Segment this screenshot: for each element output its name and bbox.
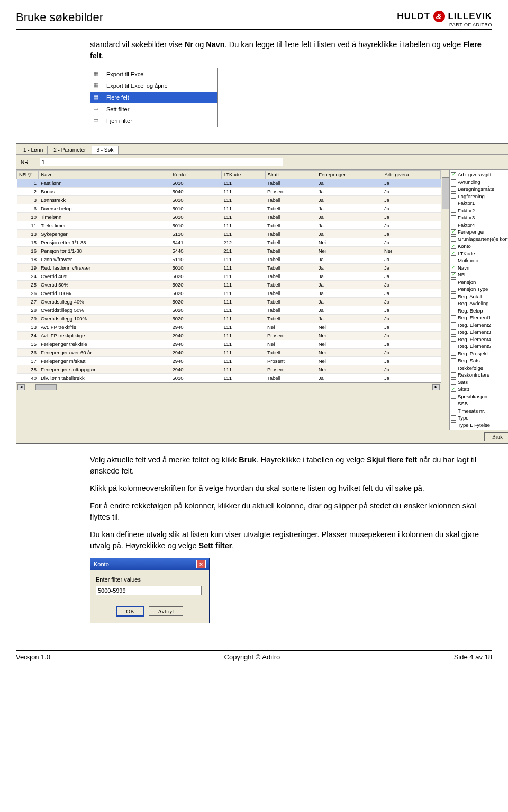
table-row[interactable]: 27Overtidstillegg 40%5020111TabellJaJa [17, 298, 441, 306]
checkbox-icon[interactable] [451, 258, 456, 263]
scroll-thumb[interactable] [35, 384, 57, 390]
field-list-item[interactable]: Rekkefølge [450, 364, 508, 372]
checkbox-icon[interactable] [451, 208, 456, 213]
checkbox-icon[interactable] [451, 408, 456, 413]
table-row[interactable]: 35Feriepenger trekkfrie2940111NeiNeiJa [17, 340, 441, 349]
ok-button[interactable]: OK [116, 606, 144, 617]
field-list-item[interactable]: Reg. Element3 [450, 328, 508, 336]
context-menu-item[interactable]: ▦Export til Excel [90, 68, 217, 80]
column-header[interactable]: NR ▽ [17, 171, 39, 179]
checkbox-icon[interactable] [451, 372, 456, 378]
tab[interactable]: 3 - Søk [92, 146, 118, 154]
scroll-left-icon[interactable]: ◄ [17, 384, 25, 390]
table-row[interactable]: 38Feriepenger sluttoppgjør2940111Prosent… [17, 365, 441, 374]
tab[interactable]: 1 - Lønn [19, 146, 48, 154]
checkbox-icon[interactable]: ✓ [451, 272, 456, 278]
field-list-item[interactable]: Reg. Element1 [450, 314, 508, 322]
field-list-item[interactable]: ✓LTKode [450, 250, 508, 257]
table-row[interactable]: 10Timelønn5010111TabellJaJa [17, 213, 441, 221]
checkbox-icon[interactable] [451, 287, 456, 292]
column-header[interactable]: Konto [170, 171, 222, 179]
apply-button[interactable]: Bruk [484, 432, 508, 441]
checkbox-icon[interactable] [451, 186, 456, 192]
table-row[interactable]: 40Div. lønn tabelltrekk5010111TabellJaJa [17, 374, 441, 382]
checkbox-icon[interactable] [451, 322, 456, 327]
checkbox-icon[interactable]: ✓ [451, 387, 456, 392]
checkbox-icon[interactable] [451, 201, 456, 206]
checkbox-icon[interactable] [451, 329, 456, 335]
checkbox-icon[interactable] [451, 215, 456, 220]
field-list-item[interactable]: Faktor4 [450, 221, 508, 229]
field-list-item[interactable]: Reg. Antall [450, 293, 508, 300]
field-list-item[interactable]: Reg. Beløp [450, 307, 508, 315]
table-row[interactable]: 25Overtid 50%5020111TabellJaJa [17, 281, 441, 289]
table-row[interactable]: 26Overtid 100%5020111TabellJaJa [17, 289, 441, 298]
checkbox-icon[interactable] [451, 336, 456, 342]
table-row[interactable]: 37Feriepenger m/skatt2940111ProsentNeiJa [17, 357, 441, 365]
field-list-item[interactable]: Pensjon [450, 279, 508, 286]
filter-value-input[interactable] [96, 586, 202, 595]
table-row[interactable]: 24Overtid 40%5020111TabellJaJa [17, 272, 441, 281]
field-list-item[interactable]: Reg. Sats [450, 357, 508, 364]
table-row[interactable]: 29Overtidstillegg 100%5020111TabellJaJa [17, 315, 441, 323]
field-list-item[interactable]: Type LT-ytelse [450, 422, 508, 429]
horizontal-scrollbar[interactable]: ◄ ► [16, 382, 441, 391]
context-menu-item[interactable]: ▭Sett filter [90, 103, 217, 115]
field-list-item[interactable]: Faktor3 [450, 214, 508, 221]
checkbox-icon[interactable] [451, 193, 456, 199]
cancel-button[interactable]: Avbryt [149, 606, 183, 616]
column-header[interactable]: Feriepenger [316, 171, 382, 179]
checkbox-icon[interactable] [451, 344, 456, 349]
field-list-item[interactable]: Type [450, 414, 508, 422]
checkbox-icon[interactable]: ✓ [451, 244, 456, 249]
table-row[interactable]: 28Overtidstillegg 50%5020111TabellJaJa [17, 306, 441, 315]
checkbox-icon[interactable] [451, 222, 456, 227]
table-row[interactable]: 34Avt. FP trekkpliktige2940111ProsentNei… [17, 332, 441, 340]
tab[interactable]: 2 - Parameter [49, 146, 90, 154]
field-list-item[interactable]: Reskontroføre [450, 371, 508, 379]
field-list-item[interactable]: ✓Konto [450, 243, 508, 250]
context-menu-item[interactable]: ▭Fjern filter [90, 115, 217, 127]
field-list-item[interactable]: Beregningsmåte [450, 185, 508, 193]
checkbox-icon[interactable] [451, 351, 456, 356]
table-row[interactable]: 2Bonus5040111ProsentJaJa [17, 188, 441, 196]
column-header[interactable]: Skatt [265, 171, 316, 179]
checkbox-icon[interactable]: ✓ [451, 229, 456, 235]
table-row[interactable]: 19Red. fastlønn v/fravær5010111TabellJaJ… [17, 264, 441, 272]
checkbox-icon[interactable] [451, 293, 456, 299]
checkbox-icon[interactable] [451, 179, 456, 184]
checkbox-icon[interactable] [451, 379, 456, 385]
table-row[interactable]: 3Lønnstrekk5010111TabellJaJa [17, 196, 441, 204]
table-row[interactable]: 33Avt. FP trekkfrie2940111NeiNeiJa [17, 323, 441, 332]
table-row[interactable]: 15Pensjon etter 1/1-885441212TabellNeiJa [17, 238, 441, 247]
field-list-item[interactable]: ✓NR [450, 271, 508, 279]
column-header[interactable]: Navn [39, 171, 170, 179]
field-list-item[interactable]: Sats [450, 379, 508, 386]
field-list-item[interactable]: Faktor2 [450, 207, 508, 215]
field-list-item[interactable]: Reg. Element5 [450, 343, 508, 350]
checkbox-icon[interactable] [451, 315, 456, 320]
checkbox-icon[interactable] [451, 394, 456, 399]
scroll-right-icon[interactable]: ► [432, 384, 440, 390]
checkbox-icon[interactable] [451, 301, 456, 306]
checkbox-icon[interactable] [451, 365, 456, 370]
close-icon[interactable]: × [196, 560, 206, 568]
context-menu-item[interactable]: ▤Flere felt [90, 92, 217, 103]
column-header[interactable]: LTKode [221, 171, 265, 179]
table-row[interactable]: 16Pensjon før 1/1-885440211TabellNeiNei [17, 247, 441, 255]
field-list-item[interactable]: SSB [450, 400, 508, 407]
field-list-item[interactable]: ✓Feriepenger [450, 228, 508, 236]
checkbox-icon[interactable] [451, 401, 456, 406]
field-list-item[interactable]: Faktor1 [450, 200, 508, 207]
field-list-item[interactable]: Avrunding [450, 179, 508, 186]
field-list-item[interactable]: ✓Skatt [450, 386, 508, 393]
field-list-item[interactable]: Reg. Element2 [450, 322, 508, 329]
field-list-item[interactable]: Reg. Element4 [450, 336, 508, 343]
field-list-item[interactable]: Motkonto [450, 257, 508, 264]
checkbox-icon[interactable]: ✓ [451, 172, 456, 177]
field-list-item[interactable]: Spesifikasjon [450, 393, 508, 400]
field-list-item[interactable]: Grunlagsarten(e)s kontostreng [450, 236, 508, 243]
filter-input[interactable] [40, 158, 283, 166]
table-row[interactable]: 1Fast lønn5010111TabellJaJa [17, 179, 441, 188]
checkbox-icon[interactable] [451, 308, 456, 313]
